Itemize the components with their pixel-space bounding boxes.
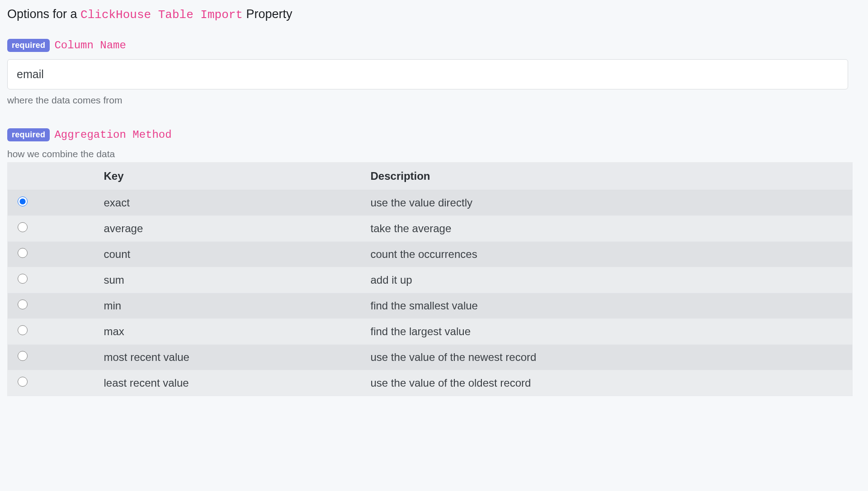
table-row[interactable]: most recent valueuse the value of the ne… [8,345,853,370]
aggregation-section: required Aggregation Method how we combi… [7,128,861,396]
aggregation-radio[interactable] [18,196,28,206]
key-cell: min [96,293,363,319]
table-header-key: Key [96,163,363,190]
radio-cell [8,345,96,370]
page-title-suffix: Property [243,7,292,21]
aggregation-radio[interactable] [18,325,28,335]
aggregation-radio[interactable] [18,248,28,258]
table-row[interactable]: exactuse the value directly [8,190,853,216]
key-cell: exact [96,190,363,216]
table-row[interactable]: maxfind the largest value [8,319,853,345]
radio-cell [8,190,96,216]
table-row[interactable]: averagetake the average [8,216,853,242]
column-name-help: where the data comes from [7,95,861,106]
description-cell: count the occurrences [363,242,853,267]
key-cell: least recent value [96,370,363,396]
column-name-section: required Column Name where the data come… [7,39,861,106]
description-cell: use the value directly [363,190,853,216]
aggregation-radio[interactable] [18,377,28,387]
description-cell: find the smallest value [363,293,853,319]
description-cell: take the average [363,216,853,242]
aggregation-radio[interactable] [18,222,28,232]
column-name-input[interactable] [7,59,848,89]
aggregation-radio[interactable] [18,274,28,284]
required-badge: required [7,39,50,52]
radio-cell [8,242,96,267]
aggregation-label-row: required Aggregation Method [7,128,861,141]
aggregation-radio[interactable] [18,351,28,361]
radio-cell [8,216,96,242]
page-title: Options for a ClickHouse Table Import Pr… [7,7,861,22]
radio-cell [8,370,96,396]
key-cell: sum [96,267,363,293]
description-cell: use the value of the oldest record [363,370,853,396]
description-cell: use the value of the newest record [363,345,853,370]
radio-cell [8,293,96,319]
key-cell: average [96,216,363,242]
key-cell: max [96,319,363,345]
aggregation-table: Key Description exactuse the value direc… [7,162,853,396]
table-header-description: Description [363,163,853,190]
aggregation-label: Aggregation Method [54,129,171,141]
table-row[interactable]: countcount the occurrences [8,242,853,267]
table-row[interactable]: least recent valueuse the value of the o… [8,370,853,396]
column-name-label-row: required Column Name [7,39,861,52]
table-row[interactable]: minfind the smallest value [8,293,853,319]
column-name-label: Column Name [54,39,126,51]
radio-cell [8,319,96,345]
table-header-radio [8,163,96,190]
key-cell: count [96,242,363,267]
description-cell: add it up [363,267,853,293]
page-title-prefix: Options for a [7,7,80,21]
radio-cell [8,267,96,293]
description-cell: find the largest value [363,319,853,345]
table-row[interactable]: sumadd it up [8,267,853,293]
key-cell: most recent value [96,345,363,370]
aggregation-help: how we combine the data [7,149,861,159]
required-badge: required [7,128,50,141]
aggregation-radio[interactable] [18,299,28,309]
page-title-highlight: ClickHouse Table Import [80,8,243,22]
